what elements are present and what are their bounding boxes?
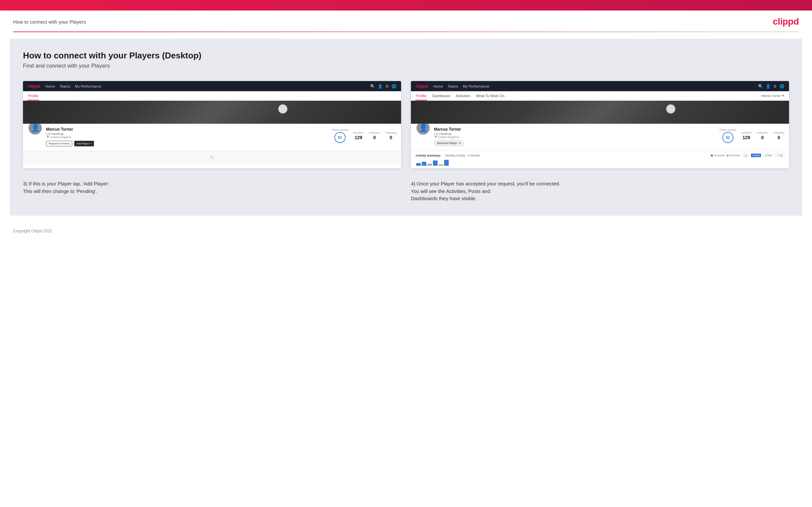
right-quality: Player Quality 92 — [720, 128, 736, 143]
right-player-location: 📍 United Kingdom — [434, 135, 716, 139]
right-tabs: Profile Dashboard Activities What To Wor… — [415, 91, 505, 100]
left-followers-label: Followers — [369, 131, 380, 134]
activity-summary-section: Activity Summary Monthly Activity - 6 Mo… — [411, 151, 789, 168]
left-stats-row: Player Quality 92 Activities 129 Followe… — [332, 127, 397, 143]
user-icon[interactable]: 👤 — [378, 84, 383, 89]
left-quality-label: Player Quality — [332, 128, 348, 131]
left-player-info: 👤 Marcus Turner 1-5 Handicap 📍 United Ki… — [23, 124, 401, 151]
search-icon[interactable]: 🔍 — [370, 84, 375, 89]
left-quality-circle: 92 — [335, 132, 346, 143]
bar-3 — [427, 164, 432, 166]
left-followers-stat: Followers 0 — [369, 131, 380, 140]
right-globe-icon[interactable]: 🌐 — [779, 84, 784, 89]
activity-title-period: Activity Summary Monthly Activity - 6 Mo… — [415, 154, 480, 157]
description-row: 3) If this is your Player tap, 'Add Play… — [23, 180, 789, 203]
right-following-stat: Following 0 — [773, 131, 784, 140]
left-following-stat: Following 0 — [385, 131, 397, 140]
remove-player-button[interactable]: Remove Player ✕ — [434, 140, 464, 146]
left-tab-profile[interactable]: Profile — [28, 91, 39, 100]
description-right: 4) Once your Player has accepted your re… — [411, 180, 789, 203]
right-followers-value: 0 — [757, 135, 768, 140]
legend-on-course-label: On course — [714, 154, 724, 157]
legend-off-course: Off course — [726, 154, 740, 157]
right-stats-row: Player Quality 92 Activities 129 Followe… — [720, 127, 784, 143]
right-dropdown-label: Marcus Turner — [761, 94, 780, 98]
right-nav-performance[interactable]: My Performance — [463, 84, 490, 88]
left-avatar-icon: 👤 — [31, 124, 40, 132]
left-quality: Player Quality 92 — [332, 128, 348, 143]
period-6mths-button[interactable]: 6 mths — [751, 154, 761, 157]
left-player-actions: Request to Follow Add Player + — [46, 141, 328, 146]
left-following-value: 0 — [385, 135, 397, 140]
right-player-details: Marcus Turner 1-5 Handicap 📍 United King… — [434, 127, 716, 146]
location-pin-icon: 📍 — [46, 135, 50, 139]
left-nav-teams[interactable]: Teams — [60, 84, 70, 88]
bar-1 — [416, 163, 421, 166]
footer-text: Copyright Clippd 2022 — [13, 229, 52, 233]
page-header-title: How to connect with your Players — [13, 19, 86, 24]
bar-2 — [422, 162, 426, 166]
legend-on-course: On course — [711, 154, 724, 157]
right-quality-label: Player Quality — [720, 128, 736, 131]
right-nav-teams[interactable]: Teams — [448, 84, 458, 88]
left-player-location: 📍 United Kingdom — [46, 135, 328, 139]
right-nav-icons: 🔍 👤 ⚙ 🌐 — [758, 84, 784, 89]
right-navbar: clippd Home Teams My Performance 🔍 👤 ⚙ 🌐 — [411, 81, 789, 91]
right-avatar-icon: 👤 — [419, 124, 428, 132]
right-tab-profile[interactable]: Profile — [415, 91, 427, 100]
right-tab-dashboard[interactable]: Dashboard — [432, 91, 451, 100]
main-title: How to connect with your Players (Deskto… — [23, 51, 789, 61]
header-divider — [13, 32, 799, 32]
description-right-text: 4) Once your Player has accepted your re… — [411, 180, 789, 203]
right-player-name: Marcus Turner — [434, 127, 716, 131]
right-activities-label: Activities — [741, 131, 752, 134]
screenshot-left: clippd Home Teams My Performance 🔍 👤 ⚙ 🌐… — [23, 81, 401, 168]
remove-player-wrap: Remove Player ✕ — [434, 139, 716, 146]
left-nav-home[interactable]: Home — [45, 84, 55, 88]
right-tab-activities[interactable]: Activities — [455, 91, 471, 100]
activity-title: Activity Summary — [415, 154, 441, 157]
request-follow-button[interactable]: Request to Follow — [46, 141, 72, 146]
right-tab-what-to-work-on[interactable]: What To Work On — [475, 91, 505, 100]
right-nav-home[interactable]: Home — [433, 84, 443, 88]
page-header: How to connect with your Players clippd — [0, 10, 812, 32]
left-following-label: Following — [385, 131, 397, 134]
settings-icon[interactable]: ⚙ — [385, 84, 389, 89]
screenshots-row: clippd Home Teams My Performance 🔍 👤 ⚙ 🌐… — [23, 81, 789, 168]
add-player-button[interactable]: Add Player + — [74, 141, 94, 146]
legend-off-course-dot — [726, 155, 728, 157]
left-tabbar: Profile — [23, 91, 401, 101]
left-nav-performance[interactable]: My Performance — [75, 84, 101, 88]
description-left-text: 3) If this is your Player tap, 'Add Play… — [23, 180, 401, 195]
right-user-dropdown[interactable]: Marcus Turner ▼ — [761, 91, 784, 100]
right-hero-image — [411, 101, 789, 124]
period-1yr-button[interactable]: 1 yr — [742, 154, 749, 157]
footer: Copyright Clippd 2022 — [0, 222, 812, 240]
period-1mth-button[interactable]: 1 mth — [775, 154, 784, 157]
right-following-value: 0 — [773, 135, 784, 140]
clippd-logo: clippd — [773, 16, 799, 27]
globe-icon[interactable]: 🌐 — [392, 84, 397, 89]
right-followers-stat: Followers 0 — [757, 131, 768, 140]
activity-bar-chart — [415, 159, 784, 166]
right-activities-value: 129 — [741, 135, 752, 140]
activity-controls: On course Off course 1 yr 6 mths 3 mths … — [711, 154, 784, 157]
top-bar — [0, 0, 812, 10]
left-app-logo: clippd — [28, 84, 40, 89]
remove-player-x-icon: ✕ — [459, 142, 461, 145]
right-search-icon[interactable]: 🔍 — [758, 84, 763, 89]
left-navbar: clippd Home Teams My Performance 🔍 👤 ⚙ 🌐 — [23, 81, 401, 91]
screenshot-right: clippd Home Teams My Performance 🔍 👤 ⚙ 🌐… — [411, 81, 789, 168]
right-app-logo: clippd — [415, 84, 428, 89]
left-hero-image — [23, 101, 401, 124]
activity-period: Monthly Activity - 6 Months — [445, 154, 480, 157]
right-user-icon[interactable]: 👤 — [766, 84, 771, 89]
left-nav-items: Home Teams My Performance — [45, 84, 365, 88]
left-activities-value: 129 — [353, 135, 364, 140]
right-dropdown-chevron: ▼ — [781, 94, 784, 98]
period-3mths-button[interactable]: 3 mths — [763, 154, 773, 157]
right-settings-icon[interactable]: ⚙ — [773, 84, 777, 89]
left-player-details: Marcus Turner 1-5 Handicap 📍 United King… — [46, 127, 328, 146]
right-location-pin-icon: 📍 — [434, 135, 438, 139]
left-screenshot-footer: ✎ — [23, 151, 401, 164]
